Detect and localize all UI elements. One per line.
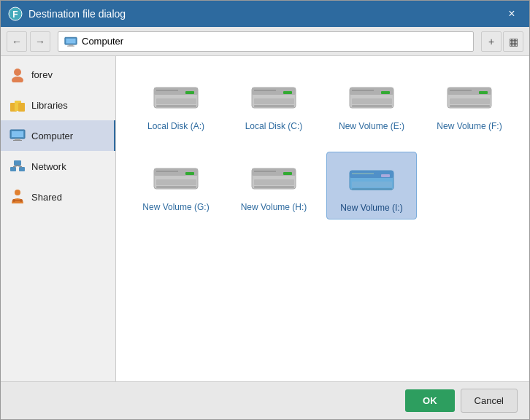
drive-a-icon bbox=[150, 77, 201, 117]
computer-breadcrumb-icon bbox=[64, 36, 77, 47]
sidebar-label-shared: Shared bbox=[31, 192, 62, 203]
svg-rect-14 bbox=[13, 140, 22, 141]
svg-rect-52 bbox=[156, 179, 196, 185]
toolbar-actions: + ▦ bbox=[481, 31, 523, 52]
drive-f-icon bbox=[444, 77, 495, 117]
svg-point-20 bbox=[15, 190, 20, 195]
svg-point-21 bbox=[12, 199, 15, 202]
svg-rect-38 bbox=[381, 91, 390, 94]
svg-rect-63 bbox=[352, 173, 374, 174]
sidebar-label-computer: Computer bbox=[31, 131, 73, 141]
svg-rect-35 bbox=[254, 105, 294, 107]
svg-rect-15 bbox=[14, 160, 21, 166]
drive-g-label: New Volume (G:) bbox=[142, 202, 209, 212]
cancel-button[interactable]: Cancel bbox=[461, 389, 518, 413]
svg-rect-40 bbox=[352, 98, 392, 104]
drive-e-label: New Volume (E:) bbox=[339, 121, 404, 131]
dialog-title: Destination file dialog bbox=[28, 8, 502, 20]
sidebar-label-libraries: Libraries bbox=[31, 100, 68, 111]
sidebar-item-shared[interactable]: Shared bbox=[1, 182, 115, 212]
svg-rect-13 bbox=[15, 139, 20, 140]
titlebar: F Destination file dialog × bbox=[1, 1, 529, 27]
svg-rect-28 bbox=[156, 98, 196, 104]
svg-rect-4 bbox=[69, 44, 74, 46]
drive-a-label: Local Disk (A:) bbox=[147, 121, 204, 131]
sidebar: forev Libraries bbox=[1, 56, 116, 381]
drive-i-label: New Volume (I:) bbox=[340, 203, 402, 213]
sidebar-item-libraries[interactable]: Libraries bbox=[1, 90, 115, 120]
footer: OK Cancel bbox=[1, 381, 529, 419]
svg-rect-39 bbox=[352, 90, 374, 91]
svg-point-7 bbox=[12, 77, 23, 82]
sidebar-item-computer[interactable]: Computer bbox=[1, 120, 115, 151]
svg-rect-47 bbox=[450, 105, 490, 107]
computer-icon bbox=[9, 128, 26, 144]
svg-rect-41 bbox=[352, 105, 392, 107]
drive-g-icon bbox=[150, 158, 201, 198]
sidebar-label-forev: forev bbox=[31, 69, 53, 80]
svg-rect-50 bbox=[185, 172, 194, 175]
svg-rect-12 bbox=[12, 131, 23, 137]
svg-rect-62 bbox=[381, 174, 390, 177]
sidebar-label-network: Network bbox=[31, 161, 66, 172]
svg-point-22 bbox=[20, 199, 23, 202]
svg-line-18 bbox=[13, 166, 18, 167]
svg-rect-5 bbox=[67, 45, 74, 46]
svg-rect-65 bbox=[352, 188, 392, 190]
svg-rect-34 bbox=[254, 98, 294, 104]
close-button[interactable]: × bbox=[502, 4, 522, 24]
drive-h-icon bbox=[248, 158, 299, 198]
content-area: Local Disk (A:) Local Di bbox=[116, 56, 529, 381]
svg-rect-3 bbox=[66, 38, 75, 43]
svg-rect-16 bbox=[10, 167, 16, 171]
svg-rect-33 bbox=[254, 90, 276, 91]
svg-rect-57 bbox=[254, 171, 276, 172]
drive-e-icon bbox=[346, 77, 397, 117]
drive-f[interactable]: New Volume (F:) bbox=[424, 71, 515, 137]
drive-h-label: New Volume (H:) bbox=[241, 202, 307, 212]
drive-e[interactable]: New Volume (E:) bbox=[326, 71, 417, 137]
svg-rect-58 bbox=[254, 179, 294, 185]
svg-rect-59 bbox=[254, 186, 294, 188]
main-area: forev Libraries bbox=[1, 56, 529, 381]
svg-point-6 bbox=[14, 69, 21, 76]
shared-icon bbox=[9, 189, 26, 205]
svg-line-19 bbox=[18, 166, 22, 167]
ok-button[interactable]: OK bbox=[405, 389, 455, 412]
svg-rect-10 bbox=[18, 103, 25, 112]
svg-rect-17 bbox=[19, 167, 25, 171]
library-icon bbox=[9, 97, 26, 113]
svg-rect-46 bbox=[450, 98, 490, 104]
svg-rect-32 bbox=[283, 91, 292, 94]
drive-a[interactable]: Local Disk (A:) bbox=[131, 71, 221, 137]
svg-rect-64 bbox=[352, 182, 392, 187]
drive-c-label: Local Disk (C:) bbox=[245, 121, 303, 131]
dialog: F Destination file dialog × ← → Computer… bbox=[0, 0, 530, 420]
new-folder-button[interactable]: + bbox=[481, 31, 502, 52]
drive-h[interactable]: New Volume (H:) bbox=[228, 152, 319, 219]
drives-grid: Local Disk (A:) Local Di bbox=[131, 71, 515, 219]
svg-rect-51 bbox=[156, 171, 178, 172]
svg-rect-44 bbox=[479, 91, 488, 94]
svg-rect-29 bbox=[156, 105, 196, 107]
drive-i-icon bbox=[346, 158, 397, 198]
drive-i[interactable]: New Volume (I:) bbox=[326, 152, 417, 219]
back-button[interactable]: ← bbox=[7, 31, 27, 52]
view-button[interactable]: ▦ bbox=[503, 31, 523, 52]
svg-rect-53 bbox=[156, 186, 196, 188]
breadcrumb: Computer bbox=[58, 31, 474, 52]
drive-g[interactable]: New Volume (G:) bbox=[131, 152, 221, 219]
toolbar: ← → Computer + ▦ bbox=[1, 27, 529, 56]
drive-f-label: New Volume (F:) bbox=[437, 121, 502, 131]
svg-rect-56 bbox=[283, 172, 292, 175]
svg-rect-26 bbox=[185, 91, 194, 94]
drive-c-icon bbox=[248, 77, 299, 117]
forward-button[interactable]: → bbox=[30, 31, 50, 52]
svg-rect-45 bbox=[450, 90, 472, 91]
svg-text:F: F bbox=[12, 9, 18, 20]
sidebar-item-forev[interactable]: forev bbox=[1, 59, 115, 90]
sidebar-item-network[interactable]: Network bbox=[1, 151, 115, 182]
drive-c[interactable]: Local Disk (C:) bbox=[228, 71, 319, 137]
svg-rect-27 bbox=[156, 90, 178, 91]
app-icon: F bbox=[8, 7, 23, 21]
